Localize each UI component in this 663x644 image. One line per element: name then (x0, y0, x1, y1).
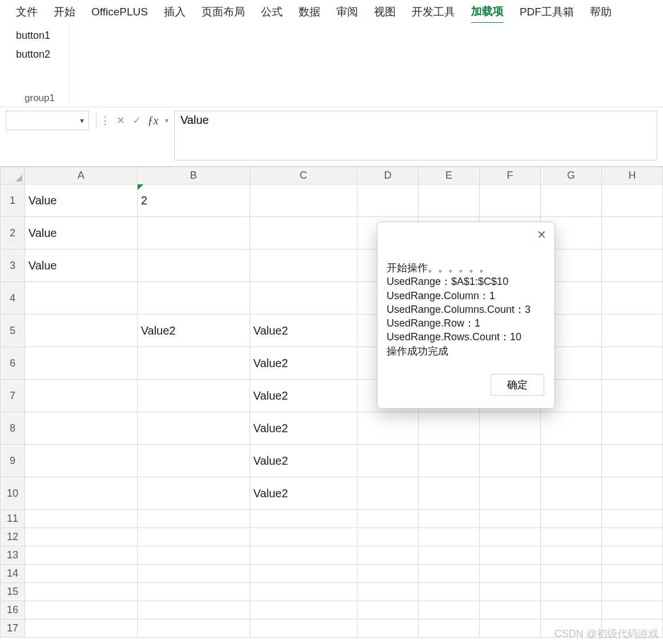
cell[interactable] (479, 445, 540, 477)
column-header[interactable]: D (357, 167, 418, 184)
cell[interactable] (601, 347, 662, 380)
cell[interactable]: Value2 (250, 380, 357, 412)
cell[interactable] (137, 601, 250, 619)
column-header[interactable]: E (418, 167, 479, 184)
row-header[interactable]: 2 (1, 217, 25, 249)
cell[interactable] (137, 546, 250, 565)
row-header[interactable]: 3 (1, 249, 25, 282)
cell[interactable] (25, 510, 137, 528)
ribbon-tab-0[interactable]: 文件 (16, 5, 38, 23)
row-header[interactable]: 4 (1, 282, 25, 315)
cell[interactable] (250, 217, 357, 249)
row-header[interactable]: 15 (1, 583, 25, 601)
cell[interactable] (357, 528, 418, 546)
row-header[interactable]: 10 (1, 477, 25, 510)
cell[interactable] (540, 565, 601, 583)
cell[interactable] (418, 601, 479, 619)
addin-button-1[interactable]: button1 (16, 30, 50, 42)
cell[interactable] (601, 315, 662, 347)
cell[interactable] (25, 546, 137, 565)
cell[interactable] (357, 477, 418, 510)
row-header[interactable]: 11 (1, 510, 25, 528)
cell[interactable] (540, 601, 601, 619)
ribbon-tab-9[interactable]: 开发工具 (412, 5, 455, 23)
cell[interactable] (601, 249, 662, 282)
cell[interactable] (479, 601, 540, 619)
cell[interactable] (601, 601, 662, 619)
cell[interactable] (479, 412, 540, 445)
cell[interactable] (601, 528, 662, 546)
cell[interactable] (540, 528, 601, 546)
cell[interactable] (601, 217, 662, 249)
row-header[interactable]: 6 (1, 347, 25, 380)
cell[interactable] (418, 528, 479, 546)
row-header[interactable]: 16 (1, 601, 25, 619)
fx-icon[interactable]: ƒx (144, 114, 162, 127)
cell[interactable]: Value2 (250, 412, 357, 445)
cell[interactable]: Value (25, 184, 137, 217)
cell[interactable] (479, 184, 540, 217)
cell[interactable] (25, 565, 137, 583)
row-header[interactable]: 7 (1, 380, 25, 412)
cell[interactable] (418, 546, 479, 565)
name-box[interactable]: ▾ (6, 111, 89, 130)
row-header[interactable]: 9 (1, 445, 25, 477)
cell[interactable] (137, 510, 250, 528)
cell[interactable] (601, 282, 662, 315)
cell[interactable] (250, 583, 357, 601)
cell[interactable] (25, 619, 137, 638)
cell[interactable] (137, 619, 250, 638)
cell[interactable] (137, 217, 250, 249)
name-box-input[interactable] (11, 115, 77, 126)
cell[interactable] (357, 601, 418, 619)
cell[interactable] (137, 477, 250, 510)
cell[interactable] (357, 412, 418, 445)
cell[interactable] (25, 380, 137, 412)
confirm-edit-icon[interactable]: ✓ (128, 114, 144, 127)
addin-button-2[interactable]: button2 (16, 49, 50, 61)
row-header[interactable]: 5 (1, 315, 25, 347)
ribbon-tab-8[interactable]: 视图 (374, 5, 396, 23)
row-header[interactable]: 8 (1, 412, 25, 445)
cell[interactable] (540, 583, 601, 601)
cell[interactable] (250, 249, 357, 282)
cancel-edit-icon[interactable]: ✕ (112, 114, 128, 127)
cell[interactable]: Value2 (250, 347, 357, 380)
cell[interactable] (250, 565, 357, 583)
cell[interactable] (479, 583, 540, 601)
column-header[interactable]: A (25, 167, 137, 184)
cell[interactable] (137, 528, 250, 546)
cell[interactable] (601, 445, 662, 477)
cell[interactable] (357, 565, 418, 583)
column-header[interactable]: B (137, 167, 250, 184)
cell[interactable] (418, 445, 479, 477)
cell[interactable] (137, 282, 250, 315)
cell[interactable]: Value (25, 249, 137, 282)
cell[interactable] (250, 546, 357, 565)
cell[interactable] (601, 510, 662, 528)
cell[interactable] (540, 412, 601, 445)
row-header[interactable]: 14 (1, 565, 25, 583)
cell[interactable] (250, 528, 357, 546)
column-header[interactable]: H (601, 167, 662, 184)
cell[interactable] (137, 412, 250, 445)
ribbon-tab-2[interactable]: OfficePLUS (91, 6, 148, 22)
cell[interactable] (601, 583, 662, 601)
row-header[interactable]: 1 (1, 184, 25, 217)
cell[interactable] (25, 282, 137, 315)
cell[interactable] (601, 619, 662, 638)
ok-button[interactable]: 确定 (491, 374, 544, 396)
more-dots-icon[interactable]: ⋮ (100, 114, 110, 127)
ribbon-tab-6[interactable]: 数据 (299, 5, 320, 23)
cell[interactable] (137, 583, 250, 601)
cell[interactable] (357, 510, 418, 528)
cell[interactable] (418, 619, 479, 638)
cell[interactable]: Value2 (137, 315, 250, 347)
cell[interactable]: Value (25, 217, 137, 249)
cell[interactable] (601, 565, 662, 583)
cell[interactable] (137, 347, 250, 380)
cell[interactable] (540, 510, 601, 528)
cell[interactable] (479, 477, 540, 510)
ribbon-tab-3[interactable]: 插入 (164, 5, 186, 23)
select-all-corner[interactable] (1, 167, 25, 184)
